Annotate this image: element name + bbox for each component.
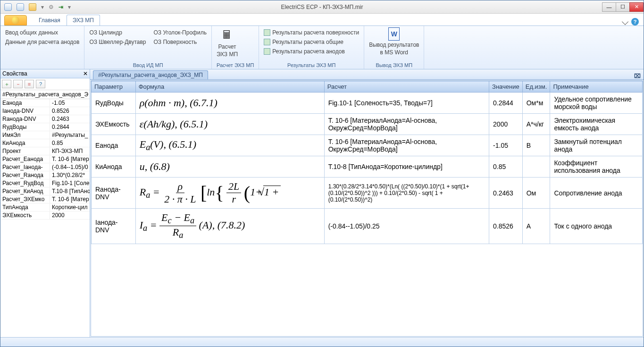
qat-icon-1[interactable] — [4, 3, 12, 11]
close-button[interactable]: ✕ — [629, 2, 644, 12]
prop-tool-list[interactable]: ≡ — [25, 80, 34, 88]
btn-calc[interactable]: 🖩 Расчет ЭХЗ МП — [217, 27, 238, 58]
properties-title: Свойства — [2, 70, 27, 77]
group2-title: Ввод ИД МП — [89, 61, 207, 68]
minimize-button[interactable]: — — [602, 2, 616, 12]
window-title: ElectriCS ECP - КП-ЭХЗ-МП.mir — [281, 4, 363, 10]
table-row[interactable]: Eанода Ea(V), (6.5.1) Т. 10-6 [МатериалА… — [92, 135, 643, 156]
prop-row[interactable]: КиАнода0.85 — [0, 139, 90, 147]
prop-row[interactable]: Расчет_EанодаТ. 10-6 [Матер — [0, 155, 90, 163]
cell-note: Удельное сопротивление морской воды — [550, 93, 643, 114]
prop-row[interactable]: Iанода-DNV0.8526 — [0, 107, 90, 115]
prop-value: 2000 — [50, 212, 90, 219]
col-note[interactable]: Примечание — [550, 81, 643, 93]
btn-input-common[interactable]: Ввод общих данных — [5, 29, 79, 36]
prop-row[interactable]: ИмяЭл#Результаты_ — [0, 131, 90, 139]
table-row[interactable]: ЭХЕмкость ε(Ah/kg), (6.5.1) Т. 10-6 [Мат… — [92, 114, 643, 135]
btn-oz-surface[interactable]: ОЗ Поверхность — [154, 39, 207, 45]
cell-calc: Т.10-8 [ТипАнода=Короткие-цилиндр] — [324, 156, 489, 178]
prop-row[interactable]: ПроектКП-ЭХЗ-МП — [0, 147, 90, 155]
prop-tool-help[interactable]: ? — [36, 80, 45, 88]
cell-unit — [522, 156, 550, 178]
btn-word-l2: в MS Word — [380, 49, 409, 56]
cell-val: 0.2844 — [489, 93, 523, 114]
prop-value: Т.10-8 [ТипАно — [50, 187, 90, 195]
exit-icon[interactable]: ⇥ — [59, 4, 63, 10]
col-formula[interactable]: Формула — [135, 81, 324, 93]
maximize-button[interactable]: ☐ — [616, 2, 630, 12]
cell-calc: 1.30*(0.28/2*3.14*0.50)*(Ln( ((2*0.50)/0… — [324, 178, 489, 209]
prop-row[interactable]: Расчет_RудВодFig.10-1 [Соле — [0, 179, 90, 187]
table-row[interactable]: RудВоды ρ(ohm · m), (6.7.1) Fig.10-1 [Со… — [92, 93, 643, 114]
prop-row[interactable]: Расчет_ЭХЕмкоТ. 10-6 [Матер — [0, 195, 90, 203]
properties-path: #Результаты_расчета_анодов_Э — [0, 90, 90, 99]
collapse-ribbon-icon[interactable] — [622, 18, 628, 25]
col-param[interactable]: Параметр — [92, 81, 136, 93]
cell-note: Коэффициент использования анода — [550, 156, 643, 178]
prop-name: Расчет_ЭХЕмко — [0, 195, 50, 203]
prop-name: Расчет_RудВод — [0, 179, 50, 187]
col-unit[interactable]: Ед.изм. — [522, 81, 550, 93]
prop-row[interactable]: Rанода-DNV0.2463 — [0, 115, 90, 123]
tab-main[interactable]: Главная — [33, 15, 67, 25]
table-row[interactable]: Iанода-DNV Ia = Ec − EaRa (A), (7.8.2) (… — [92, 209, 643, 244]
prop-value: 0.2844 — [50, 123, 90, 131]
prop-value: КП-ЭХЗ-МП — [50, 147, 90, 155]
properties-close-icon[interactable]: ✕ — [83, 70, 88, 77]
cell-param: Eанода — [92, 135, 136, 156]
cell-formula: ρ(ohm · m), (6.7.1) — [135, 93, 324, 114]
btn-calc-l2: ЭХЗ МП — [217, 51, 238, 58]
btn-oz-cylinder[interactable]: ОЗ Цилиндр — [89, 29, 146, 36]
qat-icon-2[interactable] — [17, 3, 24, 11]
document-tabs: #Результаты_расчета_анодов_ЭХЗ_МП ⌧ — [90, 69, 644, 80]
prop-row[interactable]: Eанода-1.05 — [0, 99, 90, 107]
cell-param: Iанода-DNV — [92, 209, 136, 244]
prop-tool-add[interactable]: ＋ — [2, 80, 11, 88]
prop-value: 0.85 — [50, 139, 90, 147]
cell-val: 2000 — [489, 114, 523, 135]
help-icon[interactable]: ? — [631, 18, 639, 25]
doc-tab-close-icon[interactable]: ⌧ — [631, 73, 644, 79]
gear-icon[interactable]: ⚙ — [49, 4, 54, 10]
cell-calc: Т. 10-6 [МатериалАнода=Al-основа, ОкружС… — [324, 114, 489, 135]
cell-val: 0.85 — [489, 156, 523, 178]
btn-input-anodes[interactable]: Данные для расчета анодов — [5, 39, 79, 45]
cell-note: Замкнутый потенциал анода — [550, 135, 643, 156]
app-menu-button[interactable] — [4, 15, 27, 25]
table-row[interactable]: КиАнода u, (6.8) Т.10-8 [ТипАнода=Коротк… — [92, 156, 643, 178]
prop-row[interactable]: RудВоды0.2844 — [0, 123, 90, 131]
ribbon: Ввод общих данных Данные для расчета ано… — [0, 26, 644, 69]
btn-export-word[interactable]: W Вывод результатов в MS Word — [369, 27, 419, 56]
results-table-wrap[interactable]: Параметр Формула Расчет Значение Ед.изм.… — [91, 80, 643, 337]
prop-name: КиАнода — [0, 139, 50, 147]
cell-note: Сопротивление анода — [550, 178, 643, 209]
prop-row[interactable]: Расчет_КиАнодТ.10-8 [ТипАно — [0, 187, 90, 195]
btn-res-surface[interactable]: Результаты расчета поверхности — [264, 29, 359, 36]
prop-row[interactable]: ТипАнодаКороткие-цил — [0, 203, 90, 212]
doc-tab-results[interactable]: #Результаты_расчета_анодов_ЭХЗ_МП — [93, 70, 208, 79]
prop-row[interactable]: ЭХЕмкость2000 — [0, 212, 90, 220]
prop-name: ЭХЕмкость — [0, 212, 50, 219]
col-calc[interactable]: Расчет — [324, 81, 489, 93]
prop-value: 0.2463 — [50, 115, 90, 123]
btn-res-anodes[interactable]: Результаты расчета анодов — [264, 48, 359, 55]
prop-value: -1.05 — [50, 99, 90, 107]
qat-dropdown-2[interactable]: ▾ — [68, 4, 71, 10]
prop-row[interactable]: Расчет_Iанода-(-0.84--1.05)/0 — [0, 163, 90, 171]
sheet-icon — [264, 29, 270, 36]
table-row[interactable]: Rанода-DNV Ra = ρ2 · π · L [ln{ 2Lr (1+1… — [92, 178, 643, 209]
col-value[interactable]: Значение — [489, 81, 523, 93]
btn-res-common[interactable]: Результаты расчета общие — [264, 39, 359, 45]
cell-unit: А — [522, 209, 550, 244]
btn-oz-angle[interactable]: ОЗ Уголок-Профиль — [154, 29, 207, 36]
prop-name: Расчет_Eанода — [0, 155, 50, 163]
qat-dropdown-1[interactable]: ▾ — [41, 4, 44, 10]
prop-tool-del[interactable]: － — [13, 80, 23, 88]
prop-value: Короткие-цил — [50, 203, 90, 211]
prop-row[interactable]: Расчет_Rанода1.30*(0.28/2* — [0, 171, 90, 179]
qat-icon-3[interactable] — [29, 3, 36, 11]
tab-ehz[interactable]: ЭХЗ МП — [67, 15, 100, 25]
cell-val: -1.05 — [489, 135, 523, 156]
btn-oz-channel[interactable]: ОЗ Швеллер-Двутавр — [89, 39, 146, 45]
status-bar — [0, 337, 644, 347]
